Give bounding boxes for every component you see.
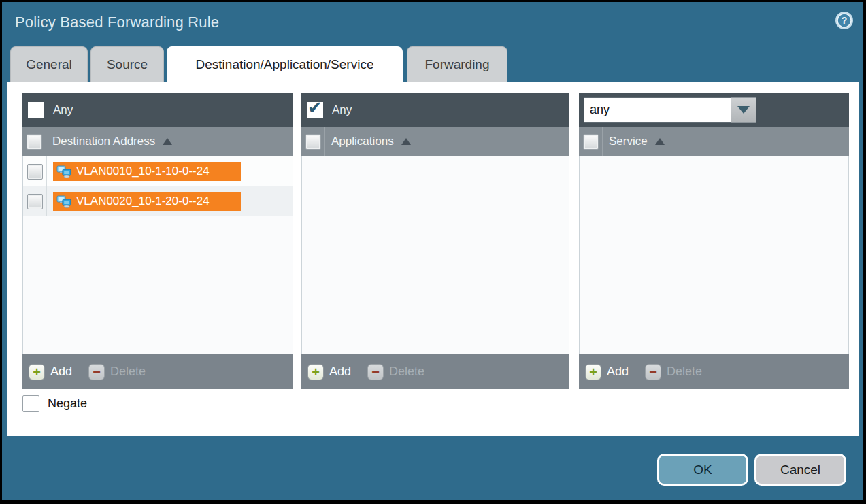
- service-add-button[interactable]: + Add: [585, 364, 629, 380]
- service-list: [579, 156, 849, 354]
- applications-any-checkbox[interactable]: [307, 102, 323, 118]
- applications-panel: Any Applications + Add − Delete: [301, 93, 569, 389]
- plus-icon: +: [29, 364, 45, 380]
- add-button-label: Add: [607, 365, 629, 379]
- delete-button-label: Delete: [110, 365, 146, 379]
- destination-any-checkbox[interactable]: [28, 102, 44, 118]
- screen: Policy Based Forwarding Rule ? General S…: [0, 0, 866, 504]
- tab-source[interactable]: Source: [90, 46, 164, 82]
- tab-destination-application-service[interactable]: Destination/Application/Service: [167, 46, 403, 82]
- applications-delete-button[interactable]: − Delete: [367, 364, 424, 380]
- delete-button-label: Delete: [389, 365, 424, 379]
- applications-select-all-cell: [301, 127, 325, 156]
- applications-any-label: Any: [332, 103, 352, 117]
- service-select-all-checkbox[interactable]: [583, 134, 599, 150]
- pbf-rule-dialog: Policy Based Forwarding Rule ? General S…: [2, 2, 863, 500]
- service-dropdown: any: [584, 97, 756, 123]
- minus-icon: −: [645, 364, 661, 380]
- service-header-label: Service: [609, 135, 648, 148]
- help-icon[interactable]: ?: [835, 11, 854, 30]
- applications-column-header[interactable]: Applications: [301, 127, 569, 156]
- applications-select-all-checkbox[interactable]: [305, 134, 321, 150]
- negate-row: Negate: [22, 395, 87, 412]
- destination-add-button[interactable]: + Add: [29, 364, 72, 380]
- chevron-down-icon: [737, 106, 750, 114]
- add-button-label: Add: [50, 365, 72, 379]
- plus-icon: +: [307, 364, 324, 380]
- minus-icon: −: [367, 364, 384, 380]
- ok-button[interactable]: OK: [657, 454, 748, 486]
- service-dropdown-button[interactable]: [731, 97, 756, 123]
- applications-add-button[interactable]: + Add: [307, 364, 351, 380]
- delete-button-label: Delete: [667, 365, 702, 379]
- destination-list: VLAN0010_10-1-10-0--24: [22, 156, 293, 354]
- destination-any-label: Any: [53, 103, 73, 117]
- service-column-header[interactable]: Service: [579, 127, 849, 156]
- service-panel: any Service + Add: [579, 93, 849, 389]
- cancel-button[interactable]: Cancel: [754, 454, 846, 486]
- destination-any-bar: Any: [22, 93, 293, 127]
- service-delete-button[interactable]: − Delete: [645, 364, 702, 380]
- destination-header-label: Destination Address: [52, 135, 155, 148]
- list-item: VLAN0010_10-1-10-0--24: [23, 156, 293, 186]
- applications-toolbar: + Add − Delete: [301, 354, 569, 389]
- negate-checkbox[interactable]: [22, 395, 39, 412]
- destination-column-header[interactable]: Destination Address: [22, 127, 293, 156]
- row-checkbox-cell: [23, 186, 47, 216]
- destination-toolbar: + Add − Delete: [22, 354, 293, 389]
- service-dropdown-value[interactable]: any: [584, 97, 731, 123]
- minus-icon: −: [88, 364, 105, 380]
- tab-content: Any Destination Address: [7, 82, 859, 436]
- destination-select-all-cell: [22, 127, 46, 156]
- row-checkbox[interactable]: [27, 194, 43, 209]
- address-object-chip[interactable]: VLAN0010_10-1-10-0--24: [53, 162, 241, 181]
- add-button-label: Add: [329, 365, 351, 379]
- applications-header-label: Applications: [331, 135, 394, 148]
- tab-forwarding[interactable]: Forwarding: [407, 46, 507, 82]
- destination-delete-button[interactable]: − Delete: [88, 364, 146, 380]
- service-toolbar: + Add − Delete: [579, 354, 849, 389]
- service-select-all-cell: [579, 127, 603, 156]
- plus-icon: +: [585, 364, 601, 380]
- negate-label: Negate: [48, 397, 87, 411]
- applications-list: [301, 156, 569, 354]
- sort-asc-icon: [655, 138, 665, 145]
- service-dropdown-bar: any: [579, 93, 849, 127]
- network-address-icon: [56, 195, 72, 208]
- sort-asc-icon: [163, 138, 172, 145]
- applications-any-bar: Any: [301, 93, 569, 127]
- tab-general[interactable]: General: [10, 46, 88, 82]
- list-item: VLAN0020_10-1-20-0--24: [23, 186, 293, 216]
- address-object-chip[interactable]: VLAN0020_10-1-20-0--24: [53, 192, 241, 211]
- address-object-label: VLAN0010_10-1-10-0--24: [76, 165, 210, 178]
- sort-asc-icon: [401, 138, 411, 145]
- row-checkbox[interactable]: [27, 164, 43, 180]
- address-object-label: VLAN0020_10-1-20-0--24: [76, 195, 210, 208]
- destination-select-all-checkbox[interactable]: [27, 134, 42, 150]
- network-address-icon: [56, 165, 72, 178]
- destination-address-panel: Any Destination Address: [22, 93, 293, 389]
- svg-text:?: ?: [842, 15, 848, 26]
- row-checkbox-cell: [23, 156, 47, 186]
- dialog-title: Policy Based Forwarding Rule: [15, 14, 219, 31]
